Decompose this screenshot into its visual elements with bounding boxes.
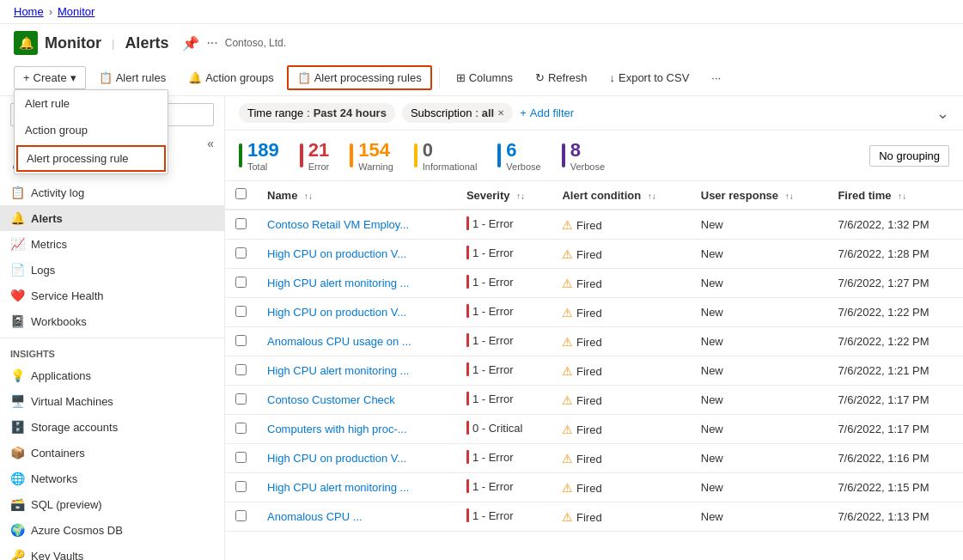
sidebar-item-service-health[interactable]: ❤️ Service Health <box>0 283 224 308</box>
name-sort-icon[interactable]: ↑↓ <box>304 192 313 201</box>
alert-rules-label: Alert rules <box>116 71 167 84</box>
row-checkbox-6[interactable] <box>235 393 247 405</box>
columns-button[interactable]: ⊞ Columns <box>447 66 522 89</box>
row-name-3[interactable]: High CPU on production V... <box>257 298 456 327</box>
sidebar-item-label: Service Health <box>31 289 104 302</box>
sidebar-item-label: SQL (preview) <box>31 498 102 511</box>
row-checkbox-0[interactable] <box>235 218 247 229</box>
row-fired-9: 7/6/2022, 1:15 PM <box>827 473 963 502</box>
stat-verbose2[interactable]: 8 Verbose <box>562 139 605 172</box>
expand-icon[interactable]: ⌄ <box>936 104 949 123</box>
time-range-label: Time range <box>247 107 303 119</box>
sidebar-item-sql-preview[interactable]: 🗃️ SQL (preview) <box>0 491 224 517</box>
sidebar-item-logs[interactable]: 📄 Logs <box>0 257 224 283</box>
fired-sort-icon[interactable]: ↑↓ <box>898 192 906 201</box>
sidebar-item-virtual-machines[interactable]: 🖥️ Virtual Machines <box>0 388 224 414</box>
collapse-sidebar-button[interactable]: « <box>204 133 217 154</box>
time-range-filter[interactable]: Time range: Past 24 hours <box>239 103 395 123</box>
table-header-row: Name ↑↓ Severity ↑↓ Alert condition ↑↓ U… <box>225 181 963 210</box>
row-name-1[interactable]: High CPU on production V... <box>257 240 456 269</box>
warning-label: Warning <box>358 161 393 172</box>
row-fired-1: 7/6/2022, 1:28 PM <box>827 240 963 269</box>
total-bar <box>239 143 242 167</box>
sidebar-item-networks[interactable]: 🌐 Networks <box>0 466 224 491</box>
total-label: Total <box>247 161 279 172</box>
stat-verbose[interactable]: 6 Verbose <box>497 139 540 172</box>
row-name-7[interactable]: Computers with high proc-... <box>257 415 456 444</box>
table-row: High CPU alert monitoring ... 1 - Error … <box>225 269 963 298</box>
sidebar-item-alerts[interactable]: 🔔 Alerts <box>0 205 224 231</box>
sidebar-item-label: Azure Cosmos DB <box>31 524 123 537</box>
response-sort-icon[interactable]: ↑↓ <box>785 192 794 201</box>
key-vaults-icon: 🔑 <box>10 549 24 560</box>
no-grouping-button[interactable]: No grouping <box>869 145 949 167</box>
table-row: High CPU on production V... 1 - Error ⚠ … <box>225 444 963 473</box>
toolbar-more-button[interactable]: ··· <box>702 66 730 89</box>
row-name-9[interactable]: High CPU alert monitoring ... <box>257 473 456 502</box>
refresh-button[interactable]: ↻ Refresh <box>526 66 597 89</box>
row-check-3 <box>225 298 257 327</box>
row-severity-2: 1 - Error <box>456 269 552 298</box>
row-response-4: New <box>691 327 828 356</box>
create-button[interactable]: + Create ▾ <box>14 66 86 89</box>
row-checkbox-7[interactable] <box>235 423 247 434</box>
row-checkbox-8[interactable] <box>235 452 247 463</box>
sidebar-item-applications[interactable]: 💡 Applications <box>0 362 224 388</box>
condition-icon-10: ⚠ <box>562 510 573 524</box>
breadcrumb-home[interactable]: Home <box>14 5 44 18</box>
breadcrumb-monitor[interactable]: Monitor <box>58 5 94 18</box>
stat-total[interactable]: 189 Total <box>239 139 279 172</box>
row-name-2[interactable]: High CPU alert monitoring ... <box>257 269 456 298</box>
select-all-checkbox[interactable] <box>235 188 247 199</box>
row-name-8[interactable]: High CPU on production V... <box>257 444 456 473</box>
alert-processing-rules-button[interactable]: 📋 Alert processing rules <box>287 65 432 90</box>
row-checkbox-2[interactable] <box>235 277 247 288</box>
th-name: Name ↑↓ <box>257 181 456 210</box>
row-checkbox-9[interactable] <box>235 481 247 492</box>
sidebar-item-workbooks[interactable]: 📓 Workbooks <box>0 308 224 334</box>
alert-rules-button[interactable]: 📋 Alert rules <box>89 66 176 89</box>
export-csv-button[interactable]: ↓ Export to CSV <box>600 66 698 89</box>
row-name-6[interactable]: Contoso Customer Check <box>257 386 456 415</box>
severity-sort-icon[interactable]: ↑↓ <box>516 192 525 201</box>
row-name-0[interactable]: Contoso Retail VM Employ... <box>257 210 456 240</box>
menu-action-group[interactable]: Action group <box>15 117 168 143</box>
sidebar-item-containers[interactable]: 📦 Containers <box>0 440 224 466</box>
sidebar-item-key-vaults[interactable]: 🔑 Key Vaults <box>0 543 224 560</box>
row-checkbox-3[interactable] <box>235 306 247 317</box>
export-icon: ↓ <box>609 71 615 84</box>
sidebar-item-storage-accounts[interactable]: 🗄️ Storage accounts <box>0 414 224 440</box>
row-checkbox-4[interactable] <box>235 335 247 346</box>
pin-icon[interactable]: 📌 <box>182 35 199 52</box>
stat-informational[interactable]: 0 Informational <box>414 139 478 172</box>
row-fired-10: 7/6/2022, 1:13 PM <box>827 502 963 532</box>
sidebar-item-label: Networks <box>31 472 77 485</box>
row-checkbox-1[interactable] <box>235 247 247 259</box>
row-name-5[interactable]: High CPU alert monitoring ... <box>257 356 456 386</box>
stat-error[interactable]: 21 Error <box>300 139 329 172</box>
row-check-2 <box>225 269 257 298</box>
row-name-10[interactable]: Anomalous CPU ... <box>257 502 456 532</box>
row-severity-3: 1 - Error <box>456 298 552 327</box>
menu-alert-processing-rule[interactable]: Alert processing rule <box>16 145 166 172</box>
th-condition: Alert condition ↑↓ <box>552 181 690 210</box>
sidebar-item-metrics[interactable]: 📈 Metrics <box>0 231 224 257</box>
row-condition-6: ⚠ Fired <box>552 386 690 415</box>
row-check-6 <box>225 386 257 415</box>
row-checkbox-10[interactable] <box>235 510 247 521</box>
subscription-filter[interactable]: Subscription: all ✕ <box>402 103 513 123</box>
action-groups-button[interactable]: 🔔 Action groups <box>179 66 283 89</box>
row-checkbox-5[interactable] <box>235 364 247 375</box>
stat-warning[interactable]: 154 Warning <box>350 139 393 172</box>
subtitle: Contoso, Ltd. <box>225 37 286 49</box>
condition-sort-icon[interactable]: ↑↓ <box>648 192 656 201</box>
more-options-icon[interactable]: ··· <box>206 35 217 51</box>
add-filter-button[interactable]: + Add filter <box>520 107 574 119</box>
sev-bar-icon-1 <box>466 246 469 259</box>
subscription-close-icon[interactable]: ✕ <box>497 108 504 118</box>
menu-alert-rule[interactable]: Alert rule <box>15 90 168 117</box>
sidebar-item-azure-cosmos-db[interactable]: 🌍 Azure Cosmos DB <box>0 517 224 543</box>
row-name-4[interactable]: Anomalous CPU usage on ... <box>257 327 456 356</box>
sidebar-item-activity-log[interactable]: 📋 Activity log <box>0 180 224 205</box>
row-fired-2: 7/6/2022, 1:27 PM <box>827 269 963 298</box>
